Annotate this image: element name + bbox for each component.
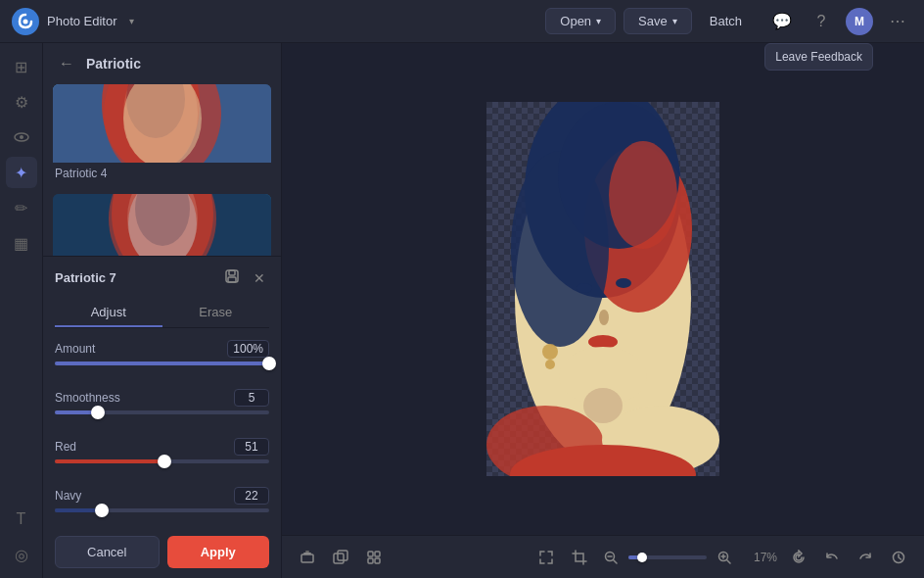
sidebar-brush-btn[interactable]: ✏ xyxy=(6,192,37,223)
fit-screen-icon-button[interactable] xyxy=(532,544,560,571)
redo-icon-button[interactable] xyxy=(852,544,879,571)
feedback-tooltip: Leave Feedback xyxy=(764,43,873,71)
main-content: ⊞ ⚙ ✦ ✏ ▦ T ◎ ← Patriotic xyxy=(0,43,924,578)
save-button[interactable]: Save ▾ xyxy=(624,8,692,34)
preset-card-patriotic-5[interactable]: Patriotic 5 xyxy=(53,194,271,256)
refresh-icon-button[interactable] xyxy=(785,544,812,571)
batch-button[interactable]: Batch xyxy=(700,9,752,33)
navy-slider-label: Navy xyxy=(55,489,81,503)
smoothness-slider-thumb[interactable] xyxy=(91,406,105,419)
zoom-controls: 17% xyxy=(532,544,777,571)
duplicate-icon-button[interactable] xyxy=(327,544,354,571)
help-icon-button[interactable]: ? xyxy=(807,7,836,36)
panel-header: ← Patriotic xyxy=(43,43,281,84)
smoothness-slider-label: Smoothness xyxy=(55,391,120,405)
icon-sidebar: ⊞ ⚙ ✦ ✏ ▦ T ◎ xyxy=(0,43,43,578)
active-preset-actions: ✕ xyxy=(220,266,269,289)
bottom-bar-left xyxy=(294,544,388,571)
undo-icon-button[interactable] xyxy=(818,544,846,571)
panel: ← Patriotic Patriotic 4 xyxy=(43,43,282,578)
amount-slider-thumb[interactable] xyxy=(262,357,276,370)
svg-point-25 xyxy=(577,283,592,293)
bottom-bar-right xyxy=(785,544,912,571)
preset-close-icon-button[interactable]: ✕ xyxy=(250,266,269,289)
svg-point-5 xyxy=(123,84,198,163)
svg-point-27 xyxy=(599,310,609,325)
open-button[interactable]: Open ▾ xyxy=(545,8,616,34)
sidebar-effects-btn[interactable]: ✦ xyxy=(6,157,37,188)
zoom-slider-thumb[interactable] xyxy=(637,553,647,562)
red-slider-row: Red 51 xyxy=(55,438,269,475)
action-buttons: Cancel Apply xyxy=(55,536,269,568)
sidebar-text-btn[interactable]: T xyxy=(6,504,37,535)
zoom-value: 17% xyxy=(742,551,777,564)
preset-card-patriotic-4[interactable]: Patriotic 4 xyxy=(53,84,271,184)
smoothness-slider-header: Smoothness 5 xyxy=(55,389,269,407)
chat-icon-button[interactable]: 💬 xyxy=(767,7,797,36)
navy-slider-header: Navy 22 xyxy=(55,487,269,505)
sidebar-visibility-btn[interactable] xyxy=(6,121,37,153)
svg-rect-7 xyxy=(53,194,271,256)
svg-rect-35 xyxy=(301,554,313,562)
tab-adjust[interactable]: Adjust xyxy=(55,299,162,327)
canvas-image xyxy=(486,102,719,476)
svg-point-0 xyxy=(23,19,28,24)
sidebar-stamp-btn[interactable]: ◎ xyxy=(6,539,37,570)
avatar[interactable]: M xyxy=(846,8,873,35)
svg-point-28 xyxy=(588,335,618,349)
crop-icon-button[interactable] xyxy=(566,544,593,571)
amount-slider-value: 100% xyxy=(227,340,269,358)
smoothness-slider-track-container xyxy=(55,410,269,426)
red-slider-thumb[interactable] xyxy=(158,455,171,468)
preset-save-icon-button[interactable] xyxy=(220,266,244,289)
smoothness-slider-row: Smoothness 5 xyxy=(55,389,269,426)
preset-thumb-patriotic-5 xyxy=(53,194,271,256)
portrait-image xyxy=(486,102,719,476)
svg-point-10 xyxy=(135,194,190,246)
cancel-button[interactable]: Cancel xyxy=(55,536,160,568)
panel-back-button[interactable]: ← xyxy=(55,53,78,74)
tab-erase[interactable]: Erase xyxy=(162,299,270,327)
red-slider-track-container xyxy=(55,459,269,475)
sidebar-adjustments-btn[interactable]: ⚙ xyxy=(6,86,37,118)
zoom-in-button[interactable] xyxy=(713,546,736,569)
amount-slider-label: Amount xyxy=(55,342,95,356)
app-name: Photo Editor xyxy=(47,14,117,28)
sidebar-layers-btn[interactable]: ⊞ xyxy=(6,51,37,82)
red-slider-fill xyxy=(55,459,164,463)
apply-button[interactable]: Apply xyxy=(167,536,270,568)
more-options-icon-button[interactable]: ⋯ xyxy=(883,7,912,36)
save-chevron-icon: ▾ xyxy=(672,16,677,26)
sidebar-gallery-btn[interactable]: ▦ xyxy=(6,227,37,259)
app-name-chevron[interactable]: ▾ xyxy=(129,16,134,26)
amount-slider-header: Amount 100% xyxy=(55,340,269,358)
amount-slider-row: Amount 100% xyxy=(55,340,269,377)
navy-slider-thumb[interactable] xyxy=(95,504,109,517)
svg-rect-36 xyxy=(303,553,311,554)
svg-point-8 xyxy=(112,194,213,256)
layer-view-icon-button[interactable] xyxy=(294,544,321,571)
grid-icon-button[interactable] xyxy=(360,544,388,571)
svg-rect-15 xyxy=(229,270,235,275)
active-preset-name: Patriotic 7 xyxy=(55,270,116,285)
bottom-bar: 17% xyxy=(282,535,924,578)
navy-slider-track-container xyxy=(55,508,269,524)
svg-rect-41 xyxy=(375,552,380,556)
preset-thumb-patriotic-4 xyxy=(53,84,271,163)
smoothness-slider-value: 5 xyxy=(234,389,269,407)
navy-slider-value: 22 xyxy=(234,487,269,505)
history-icon-button[interactable] xyxy=(885,544,912,571)
amount-slider-fill xyxy=(55,361,269,365)
svg-rect-43 xyxy=(375,558,380,563)
preset-label-patriotic-4: Patriotic 4 xyxy=(53,163,271,184)
amount-slider-track-container xyxy=(55,361,269,377)
svg-point-34 xyxy=(583,388,623,423)
panel-presets-list: Patriotic 4 Patriotic 5 xyxy=(43,84,281,256)
zoom-slider[interactable] xyxy=(628,555,707,559)
zoom-out-button[interactable] xyxy=(599,546,623,569)
red-slider-label: Red xyxy=(55,440,76,454)
navy-slider-row: Navy 22 xyxy=(55,487,269,524)
canvas-area: 17% xyxy=(282,43,924,578)
svg-point-32 xyxy=(609,141,677,249)
active-preset-header: Patriotic 7 ✕ xyxy=(55,266,269,289)
